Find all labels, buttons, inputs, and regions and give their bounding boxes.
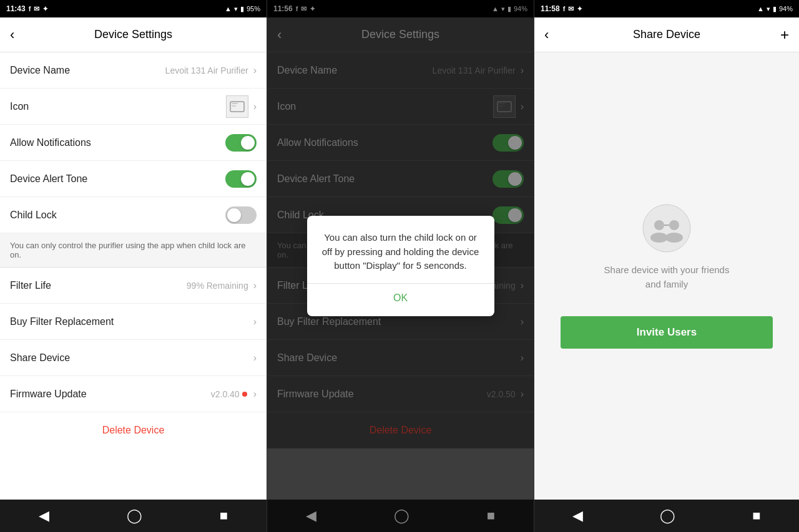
- share-description: Share device with your friends and famil…: [604, 263, 730, 291]
- status-bar-3: 11:58 f ✉ ✦ ▲ ▾ ▮ 94%: [534, 0, 799, 17]
- share-device-row[interactable]: Share Device ›: [0, 340, 267, 376]
- panel3: 11:58 f ✉ ✦ ▲ ▾ ▮ 94% ‹ Share Device +: [534, 0, 799, 532]
- page-title-1: Device Settings: [94, 28, 172, 41]
- device-name-row[interactable]: Device Name Levoit 131 Air Purifier ›: [0, 52, 267, 89]
- svg-point-6: [643, 205, 690, 252]
- toggle-thumb-alert: [241, 172, 255, 186]
- svg-point-9: [650, 233, 668, 243]
- share-content: Share device with your friends and famil…: [534, 52, 799, 500]
- recents-nav-icon-1[interactable]: ■: [220, 508, 228, 524]
- device-name-value: Levoit 131 Air Purifier ›: [165, 65, 257, 76]
- time-3: 11:58: [541, 4, 560, 13]
- chevron-icon: ›: [253, 101, 257, 112]
- svg-rect-2: [232, 105, 236, 107]
- icon-value: ›: [226, 95, 257, 118]
- chevron-filter: ›: [253, 280, 257, 291]
- chevron-device-name: ›: [253, 65, 257, 76]
- top-nav-3: ‹ Share Device +: [534, 17, 799, 52]
- battery-icon-1: ▮: [240, 5, 244, 13]
- share-icon-1: ✦: [42, 5, 48, 13]
- allow-notifications-label: Allow Notifications: [10, 137, 91, 148]
- top-nav-1: ‹ Device Settings: [0, 17, 267, 52]
- filter-life-row[interactable]: Filter Life 99% Remaining ›: [0, 268, 267, 304]
- firmware-row[interactable]: Firmware Update v2.0.40 ›: [0, 376, 267, 412]
- filter-life-label: Filter Life: [10, 280, 51, 291]
- svg-point-8: [669, 220, 679, 230]
- toggle-thumb-childlock: [227, 208, 241, 222]
- fb-icon-3: f: [563, 5, 566, 12]
- icon-label: Icon: [10, 101, 29, 112]
- panel2: 11:56 f ✉ ✦ ▲ ▾ ▮ 94% ‹ Device Settings …: [267, 0, 534, 532]
- back-button-3[interactable]: ‹: [544, 27, 549, 43]
- dialog-actions: OK: [320, 284, 482, 310]
- back-nav-icon-1[interactable]: ◀: [39, 508, 49, 524]
- dialog-text: You can also turn the child lock on or o…: [320, 231, 482, 273]
- page-title-3: Share Device: [633, 28, 700, 41]
- svg-rect-1: [232, 103, 238, 104]
- buy-filter-label: Buy Filter Replacement: [10, 316, 114, 327]
- wifi-icon-3: ▾: [767, 5, 770, 13]
- invite-users-button[interactable]: Invite Users: [561, 316, 773, 349]
- child-lock-row[interactable]: Child Lock: [0, 197, 267, 233]
- dialog-overlay: You can also turn the child lock on or o…: [267, 0, 534, 532]
- device-alert-label: Device Alert Tone: [10, 173, 87, 185]
- share-device-label: Share Device: [10, 352, 70, 364]
- dialog-box: You can also turn the child lock on or o…: [307, 216, 494, 316]
- invite-users-label: Invite Users: [637, 326, 697, 339]
- firmware-dot: [242, 392, 247, 397]
- wifi-icon-1: ▾: [234, 5, 238, 13]
- allow-notifications-row[interactable]: Allow Notifications: [0, 125, 267, 161]
- firmware-value: v2.0.40 ›: [211, 389, 257, 400]
- plus-button[interactable]: +: [780, 26, 789, 44]
- device-alert-tone-row[interactable]: Device Alert Tone: [0, 161, 267, 197]
- chevron-share: ›: [253, 352, 257, 364]
- mail-icon-3: ✉: [568, 5, 574, 13]
- back-button-1[interactable]: ‹: [10, 27, 14, 43]
- fb-icon-1: f: [29, 5, 31, 12]
- allow-notifications-toggle[interactable]: [225, 134, 257, 152]
- content-1: Device Name Levoit 131 Air Purifier › Ic…: [0, 52, 267, 500]
- signal-icon-3: ▲: [757, 5, 764, 12]
- icon-row[interactable]: Icon ›: [0, 89, 267, 125]
- device-alert-toggle[interactable]: [225, 170, 257, 188]
- device-name-label: Device Name: [10, 65, 70, 76]
- delete-button[interactable]: Delete Device: [102, 425, 165, 435]
- bottom-nav-1: ◀ ◯ ■: [0, 500, 267, 532]
- battery-icon-3: ▮: [773, 5, 777, 13]
- firmware-label: Firmware Update: [10, 389, 87, 400]
- battery-pct-3: 94%: [779, 5, 793, 12]
- status-bar-1: 11:43 f ✉ ✦ ▲ ▾ ▮ 95%: [0, 0, 267, 17]
- icon-preview: [226, 95, 248, 118]
- filter-life-value: 99% Remaining ›: [187, 280, 257, 291]
- svg-point-10: [665, 233, 683, 243]
- time-1: 11:43: [6, 4, 26, 13]
- child-lock-toggle[interactable]: [225, 206, 257, 224]
- home-nav-icon-1[interactable]: ◯: [127, 508, 142, 524]
- home-nav-icon-3[interactable]: ◯: [660, 508, 675, 524]
- bottom-nav-3: ◀ ◯ ■: [534, 500, 799, 532]
- child-lock-label: Child Lock: [10, 210, 57, 221]
- svg-point-7: [654, 220, 664, 230]
- back-nav-icon-3[interactable]: ◀: [572, 508, 583, 524]
- chevron-buy-filter: ›: [253, 316, 257, 327]
- share-icon-area: Share device with your friends and famil…: [604, 203, 730, 291]
- chevron-firmware: ›: [253, 389, 257, 400]
- mail-icon-1: ✉: [34, 5, 39, 13]
- share-icon-3: ✦: [577, 5, 582, 13]
- panel1: 11:43 f ✉ ✦ ▲ ▾ ▮ 95% ‹ Device Settings …: [0, 0, 267, 532]
- delete-row[interactable]: Delete Device: [0, 412, 267, 448]
- share-illustration: [642, 203, 692, 253]
- child-lock-info: You can only control the purifier using …: [0, 233, 267, 268]
- recents-nav-icon-3[interactable]: ■: [752, 508, 760, 524]
- buy-filter-row[interactable]: Buy Filter Replacement ›: [0, 304, 267, 340]
- dialog-ok-button[interactable]: OK: [381, 286, 420, 310]
- toggle-thumb-notifications: [241, 136, 255, 150]
- signal-icon-1: ▲: [225, 5, 232, 12]
- battery-pct-1: 95%: [247, 5, 260, 12]
